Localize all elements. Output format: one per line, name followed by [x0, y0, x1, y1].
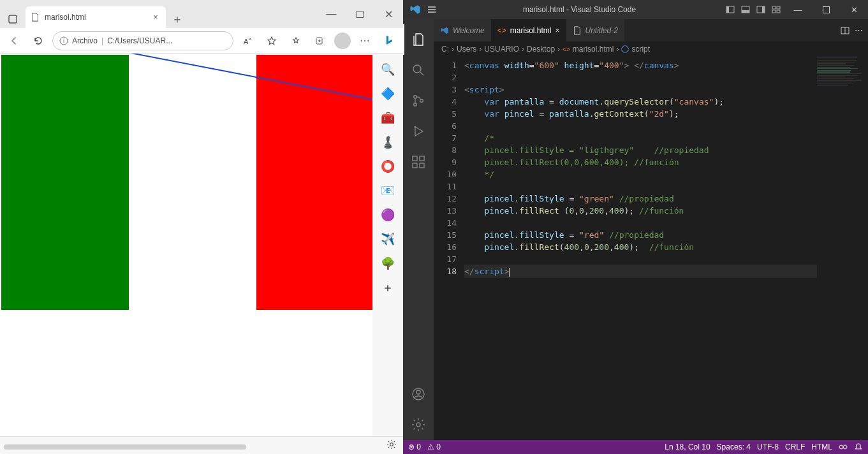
tabs-overview-button[interactable] — [4, 10, 22, 28]
collections-button[interactable] — [310, 31, 330, 51]
code-content[interactable]: <canvas width="600" height="400"> </canv… — [464, 57, 817, 440]
svg-point-19 — [414, 96, 417, 99]
tree-icon[interactable]: 🌳 — [378, 254, 397, 273]
svg-point-18 — [413, 65, 421, 73]
favorites-bar-button[interactable] — [286, 31, 306, 51]
settings-icon[interactable] — [403, 409, 434, 440]
svg-rect-12 — [762, 6, 765, 13]
svg-point-6 — [390, 443, 394, 446]
profile-avatar[interactable] — [334, 33, 351, 49]
status-eol[interactable]: CRLF — [785, 443, 805, 451]
add-icon[interactable]: ＋ — [378, 278, 397, 297]
horizontal-scrollbar[interactable] — [4, 444, 246, 450]
svg-rect-26 — [420, 156, 424, 161]
editor-tabs: Welcome <> marisol.html × Untitled-2 ⋯ — [434, 19, 868, 41]
back-button[interactable] — [4, 31, 24, 51]
svg-rect-10 — [742, 10, 749, 13]
search-icon[interactable]: 🔍 — [378, 60, 397, 79]
close-icon[interactable]: × — [151, 12, 161, 22]
status-bar: ⊗ 0 ⚠ 0 Ln 18, Col 10 Spaces: 4 UTF-8 CR… — [403, 440, 868, 454]
file-icon — [573, 26, 582, 35]
vscode-titlebar: marisol.html - Visual Studio Code — ✕ — [403, 0, 868, 19]
browser-toolbar: i Archivo | C:/Users/USUAR... A» ⋯ — [0, 28, 403, 54]
office-icon[interactable]: ⭕ — [378, 157, 397, 176]
close-button[interactable]: ✕ — [374, 0, 403, 28]
accounts-icon[interactable] — [403, 379, 434, 409]
browser-titlebar: marisol.html × ＋ — ✕ — [0, 0, 403, 28]
svg-rect-14 — [777, 6, 780, 9]
feedback-icon[interactable] — [839, 443, 848, 451]
minimize-button[interactable]: — — [317, 0, 346, 28]
svg-rect-0 — [9, 15, 17, 23]
split-editor-button[interactable] — [841, 26, 850, 35]
minimap[interactable] — [817, 57, 868, 440]
skype-icon[interactable]: 🟣 — [378, 205, 397, 224]
browser-tabs: marisol.html × ＋ — [0, 0, 317, 28]
breadcrumb-item: Users — [457, 45, 476, 54]
svg-rect-15 — [772, 10, 776, 13]
tab-label: marisol.html — [510, 26, 552, 35]
svg-rect-24 — [413, 163, 417, 168]
tag-icon[interactable]: 🔷 — [378, 84, 397, 103]
outlook-icon[interactable]: 📧 — [378, 181, 397, 200]
svg-rect-8 — [726, 6, 729, 13]
tab-marisol[interactable]: <> marisol.html × — [491, 19, 566, 41]
browser-body: 🔍🔷🧰♟️⭕📧🟣✈️🌳＋ — [0, 54, 403, 436]
browser-footer — [0, 436, 403, 454]
tab-title: marisol.html — [45, 13, 151, 22]
svg-point-22 — [415, 126, 416, 128]
tab-untitled[interactable]: Untitled-2 — [566, 19, 624, 41]
editor-area: Welcome <> marisol.html × Untitled-2 ⋯ — [434, 19, 868, 440]
more-actions-button[interactable]: ⋯ — [855, 26, 863, 35]
explorer-icon[interactable] — [403, 24, 434, 55]
svg-point-21 — [420, 99, 423, 103]
status-language[interactable]: HTML — [811, 443, 832, 451]
maximize-button[interactable] — [346, 0, 374, 28]
svg-rect-17 — [823, 6, 829, 13]
close-icon[interactable]: × — [555, 26, 560, 35]
layout-right-button[interactable] — [753, 2, 769, 17]
layout-left-button[interactable] — [723, 2, 738, 17]
new-tab-button[interactable]: ＋ — [168, 10, 186, 28]
app-menu-button[interactable] — [427, 5, 436, 14]
breadcrumbs[interactable]: C:› Users› USUARIO› Desktop› <> marisol.… — [434, 41, 868, 57]
vscode-logo-icon — [440, 26, 449, 35]
hamburger-icon — [427, 5, 436, 14]
bing-button[interactable] — [379, 31, 399, 51]
read-aloud-button[interactable]: A» — [237, 31, 258, 51]
layout-customize-button[interactable] — [769, 2, 784, 17]
settings-button[interactable] — [386, 439, 397, 450]
svg-point-20 — [414, 103, 417, 106]
bell-icon[interactable] — [854, 443, 863, 451]
status-warnings[interactable]: ⚠ 0 — [427, 443, 441, 451]
address-bar[interactable]: i Archivo | C:/Users/USUAR... — [52, 31, 233, 50]
scm-icon[interactable] — [403, 85, 434, 116]
debug-icon[interactable] — [403, 116, 434, 147]
status-encoding[interactable]: UTF-8 — [757, 443, 779, 451]
status-errors[interactable]: ⊗ 0 — [408, 443, 421, 451]
games-icon[interactable]: ♟️ — [378, 133, 397, 152]
reload-button[interactable] — [28, 31, 48, 51]
more-button[interactable]: ⋯ — [355, 31, 375, 51]
status-spaces[interactable]: Spaces: 4 — [717, 443, 751, 451]
search-icon[interactable] — [403, 55, 434, 85]
extensions-icon[interactable] — [403, 147, 434, 177]
svg-point-34 — [843, 445, 847, 449]
breadcrumb-item: C: — [441, 45, 449, 54]
minimize-button[interactable]: — — [784, 0, 812, 19]
close-button[interactable]: ✕ — [840, 0, 868, 19]
toolbox-icon[interactable]: 🧰 — [378, 108, 397, 128]
send-icon[interactable]: ✈️ — [378, 230, 397, 249]
favorites-button[interactable] — [261, 31, 282, 51]
svg-rect-25 — [420, 163, 424, 168]
layout-bottom-button[interactable] — [738, 2, 753, 17]
square-icon — [8, 14, 18, 24]
editor-body[interactable]: 123456789101112131415161718 <canvas widt… — [434, 57, 868, 440]
tab-welcome[interactable]: Welcome — [434, 19, 491, 41]
tab-label: Untitled-2 — [585, 26, 618, 35]
browser-tab[interactable]: marisol.html × — [26, 6, 166, 28]
svg-text:i: i — [63, 38, 64, 44]
maximize-button[interactable] — [812, 0, 840, 19]
browser-window-controls: — ✕ — [317, 0, 403, 28]
status-cursor[interactable]: Ln 18, Col 10 — [665, 443, 710, 451]
